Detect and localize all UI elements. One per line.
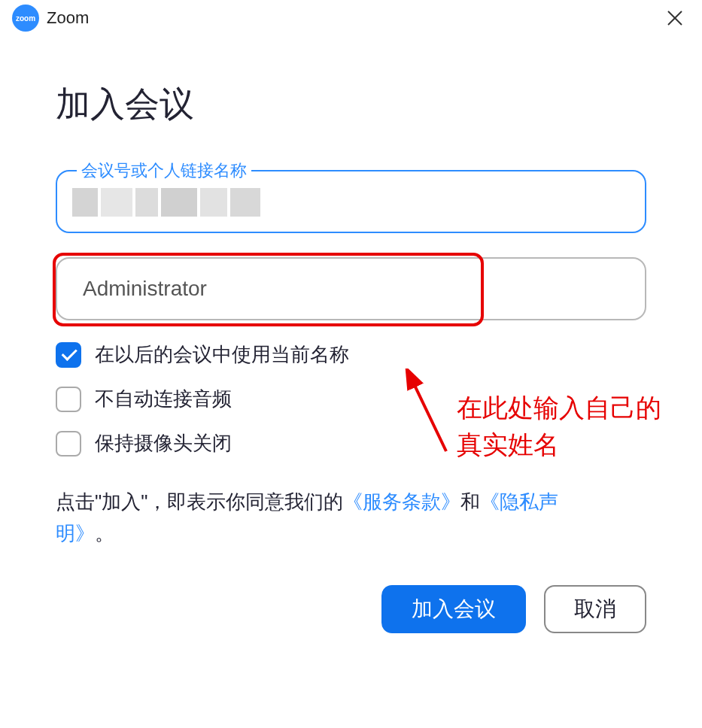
checkbox-video-off[interactable] (56, 431, 81, 457)
terms-suffix: 。 (95, 522, 114, 544)
name-input[interactable] (56, 257, 646, 320)
privacy-link-part2[interactable]: 明》 (56, 522, 95, 544)
dialog-content: 加入会议 会议号或个人链接名称 在以后的会议中使用当前名称 不自动连接音频 保持… (0, 36, 702, 633)
dialog-title: 加入会议 (56, 81, 646, 128)
terms-text: 点击"加入"，即表示你同意我们的《服务条款》和《隐私声明》。 (56, 487, 646, 549)
checkbox-row-no-audio[interactable]: 不自动连接音频 (56, 386, 646, 412)
checkbox-label-no-audio: 不自动连接音频 (95, 386, 232, 412)
zoom-logo-icon: zoom (12, 5, 39, 32)
meeting-id-label: 会议号或个人链接名称 (77, 159, 251, 182)
checkbox-row-video-off[interactable]: 保持摄像头关闭 (56, 430, 646, 457)
checkbox-remember-name[interactable] (56, 342, 81, 368)
privacy-link-part1[interactable]: 《隐私声 (480, 490, 558, 513)
app-title: Zoom (47, 8, 89, 28)
tos-link[interactable]: 《服务条款》 (343, 490, 460, 513)
titlebar: zoom Zoom (0, 0, 702, 36)
join-button[interactable]: 加入会议 (381, 585, 526, 633)
checkbox-label-video-off: 保持摄像头关闭 (95, 430, 232, 457)
close-icon (667, 10, 683, 26)
blurred-meeting-id (72, 188, 268, 217)
cancel-button[interactable]: 取消 (544, 585, 646, 633)
close-button[interactable] (660, 3, 690, 33)
checkbox-label-remember-name: 在以后的会议中使用当前名称 (95, 341, 349, 368)
checkbox-no-audio[interactable] (56, 387, 81, 412)
titlebar-left: zoom Zoom (12, 5, 89, 32)
terms-conjunction: 和 (460, 490, 480, 513)
meeting-id-field-wrapper: 会议号或个人链接名称 (56, 170, 646, 233)
checkbox-row-remember-name[interactable]: 在以后的会议中使用当前名称 (56, 341, 646, 368)
name-field-wrapper (56, 257, 646, 320)
button-row: 加入会议 取消 (56, 585, 646, 633)
terms-prefix: 点击"加入"，即表示你同意我们的 (56, 490, 343, 513)
